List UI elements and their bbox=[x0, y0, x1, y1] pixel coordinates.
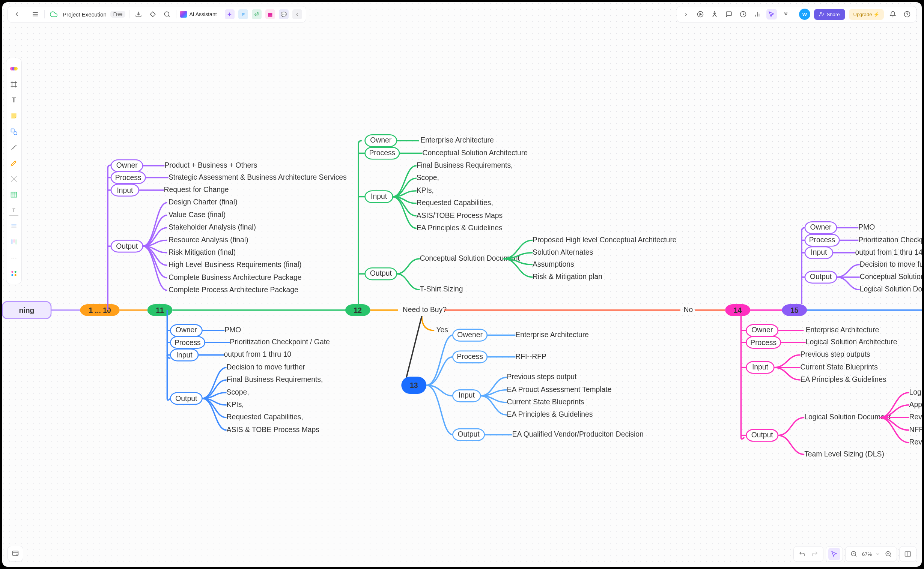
svg-text:Input: Input bbox=[811, 248, 827, 256]
doc-title[interactable]: Project Execution bbox=[63, 11, 107, 18]
chevron-right-icon[interactable]: › bbox=[681, 9, 691, 20]
cursor-mode-button[interactable] bbox=[766, 9, 777, 20]
chip-enter[interactable]: ⏎ bbox=[252, 9, 262, 19]
card-icon[interactable] bbox=[8, 220, 20, 232]
svg-text:EA Principles & Guidelines: EA Principles & Guidelines bbox=[416, 224, 503, 232]
redo-button[interactable] bbox=[809, 548, 821, 560]
svg-text:Output: Output bbox=[175, 395, 197, 402]
template-button[interactable] bbox=[8, 546, 23, 561]
zoom-out-button[interactable] bbox=[848, 548, 860, 560]
eraser-icon[interactable] bbox=[8, 173, 20, 185]
svg-text:Input: Input bbox=[752, 363, 768, 371]
svg-text:Team Level Sizing (DLS): Team Level Sizing (DLS) bbox=[804, 450, 884, 458]
minimap-button[interactable] bbox=[902, 548, 914, 560]
table-icon[interactable] bbox=[8, 189, 20, 201]
svg-text:Revis: Revis bbox=[909, 413, 922, 421]
svg-text:Stakeholder Analysis (final): Stakeholder Analysis (final) bbox=[169, 223, 256, 231]
chip-chat[interactable]: 💬 bbox=[279, 9, 289, 19]
svg-text:Need to Buy?: Need to Buy? bbox=[403, 306, 447, 313]
svg-text:Request for Change: Request for Change bbox=[164, 186, 229, 193]
share-button[interactable]: Share bbox=[814, 9, 845, 20]
svg-text:EA Principles & Guidelines: EA Principles & Guidelines bbox=[507, 410, 593, 418]
ai-assistant-button[interactable]: AI Assistant bbox=[180, 11, 217, 18]
svg-line-153 bbox=[169, 15, 170, 17]
tag-button[interactable] bbox=[148, 9, 158, 20]
search-button[interactable] bbox=[162, 9, 172, 20]
chip-p[interactable]: P bbox=[238, 9, 248, 19]
svg-text:Output: Output bbox=[810, 273, 832, 281]
history-button[interactable] bbox=[738, 9, 749, 20]
menu-button[interactable] bbox=[30, 9, 41, 20]
svg-point-160 bbox=[820, 12, 822, 14]
svg-text:Output: Output bbox=[116, 242, 138, 250]
svg-text:Logical Solution Docum: Logical Solution Docum bbox=[860, 285, 922, 293]
chip-sparkle[interactable]: ✦ bbox=[225, 9, 235, 19]
comment-button[interactable] bbox=[724, 9, 734, 20]
textbox-icon[interactable]: T bbox=[8, 204, 20, 216]
zoom-in-button[interactable] bbox=[882, 548, 894, 560]
ink-button[interactable] bbox=[709, 9, 720, 20]
node-12[interactable]: 12 bbox=[345, 304, 371, 316]
more-icon[interactable]: ⋯ bbox=[8, 252, 20, 264]
svg-text:Solution Alternates: Solution Alternates bbox=[532, 248, 593, 256]
svg-text:Owner: Owner bbox=[175, 326, 197, 334]
svg-rect-178 bbox=[11, 224, 16, 225]
sticky-note-icon[interactable] bbox=[8, 110, 20, 122]
central-node[interactable]: ning bbox=[2, 301, 80, 319]
connector-icon[interactable] bbox=[8, 141, 20, 154]
chip-collapse[interactable]: ‹ bbox=[292, 9, 302, 19]
more-toolbar-button[interactable] bbox=[781, 9, 791, 20]
zoom-dropdown[interactable] bbox=[874, 548, 881, 560]
svg-text:Process: Process bbox=[174, 339, 201, 347]
pen-icon[interactable] bbox=[8, 157, 20, 169]
node-13[interactable]: 13 bbox=[401, 377, 426, 394]
svg-point-185 bbox=[11, 274, 13, 276]
svg-text:Final Business Requirements,: Final Business Requirements, bbox=[227, 376, 323, 383]
svg-text:Process: Process bbox=[369, 149, 395, 157]
kanban-icon[interactable] bbox=[8, 236, 20, 248]
svg-text:output from 1 thru 10: output from 1 thru 10 bbox=[224, 350, 291, 358]
node-1-10[interactable]: 1 ... 10 bbox=[80, 304, 119, 316]
chart-button[interactable] bbox=[752, 9, 762, 20]
cloud-sync-icon[interactable] bbox=[49, 9, 59, 20]
svg-text:ASIS/TOBE Process Maps: ASIS/TOBE Process Maps bbox=[416, 211, 503, 219]
svg-text:No: No bbox=[684, 306, 693, 313]
frame-icon[interactable] bbox=[8, 78, 20, 90]
chip-grid[interactable]: ▦ bbox=[265, 9, 275, 19]
svg-text:12: 12 bbox=[354, 306, 362, 314]
svg-text:Logic: Logic bbox=[909, 388, 922, 396]
svg-line-195 bbox=[889, 555, 890, 556]
undo-button[interactable] bbox=[796, 548, 808, 560]
back-button[interactable] bbox=[12, 9, 22, 20]
svg-text:High Level Business Requiremen: High Level Business Requirements (final) bbox=[169, 261, 302, 269]
svg-text:Applic: Applic bbox=[909, 400, 922, 408]
shape-icon[interactable] bbox=[8, 126, 20, 138]
download-button[interactable] bbox=[133, 9, 144, 20]
svg-text:Owner: Owner bbox=[810, 223, 832, 231]
help-button[interactable] bbox=[902, 9, 912, 20]
apps-icon[interactable] bbox=[8, 268, 20, 280]
svg-marker-155 bbox=[700, 13, 701, 15]
node-11[interactable]: 11 bbox=[148, 304, 173, 316]
svg-text:Current State Blueprints: Current State Blueprints bbox=[800, 363, 878, 371]
node-15[interactable]: 15 bbox=[782, 304, 807, 316]
canvas[interactable]: ning 1 ... 10 11 Owner Product + Bu bbox=[2, 2, 922, 567]
svg-text:Scope,: Scope, bbox=[416, 173, 439, 181]
upgrade-button[interactable]: Upgrade ⚡ bbox=[849, 9, 884, 20]
svg-point-183 bbox=[11, 271, 13, 273]
svg-line-191 bbox=[855, 555, 856, 556]
text-icon[interactable]: T bbox=[8, 94, 20, 106]
svg-text:Input: Input bbox=[371, 192, 387, 200]
avatar[interactable]: W bbox=[799, 9, 810, 20]
svg-text:NFRs: NFRs bbox=[909, 426, 922, 434]
zoom-label[interactable]: 67% bbox=[861, 551, 873, 557]
svg-text:KPIs,: KPIs, bbox=[416, 186, 434, 194]
pointer-mode[interactable] bbox=[828, 548, 840, 560]
play-button[interactable] bbox=[695, 9, 706, 20]
free-badge: Free bbox=[110, 11, 126, 18]
bell-button[interactable] bbox=[887, 9, 898, 20]
svg-text:Previous step outputs: Previous step outputs bbox=[800, 350, 870, 358]
svg-text:Logical Solution Architecture: Logical Solution Architecture bbox=[806, 338, 897, 346]
node-14[interactable]: 14 bbox=[725, 304, 750, 316]
style-icon[interactable] bbox=[8, 62, 20, 75]
